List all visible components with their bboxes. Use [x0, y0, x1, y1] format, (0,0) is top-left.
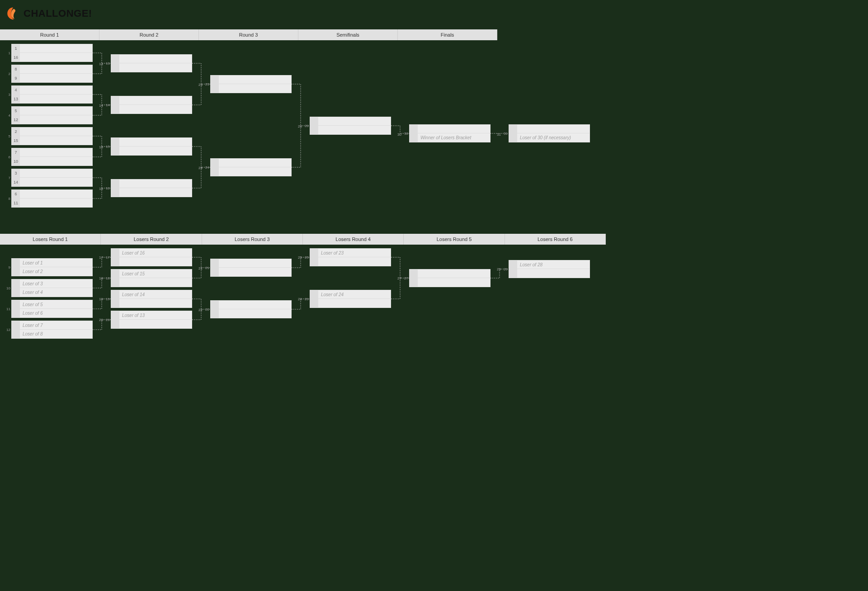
match[interactable]: 28	[310, 117, 391, 135]
match[interactable]: 5215	[11, 127, 93, 145]
match[interactable]: 31Loser of 30 (if necessary)	[509, 124, 590, 142]
match-slot[interactable]	[111, 147, 192, 156]
match-slot[interactable]	[310, 257, 391, 266]
match-slot[interactable]: 5	[11, 106, 93, 115]
match-slot[interactable]	[111, 63, 192, 72]
match-slot[interactable]: Loser of 6	[11, 309, 93, 318]
match-slot[interactable]	[210, 167, 292, 176]
match-slot[interactable]: 13	[11, 95, 93, 104]
seed	[12, 309, 20, 317]
match-slot[interactable]	[509, 269, 590, 278]
match-slot[interactable]: Loser of 15	[111, 269, 192, 278]
match[interactable]: 7314	[11, 169, 93, 187]
match-slot[interactable]: 1	[11, 44, 93, 53]
match-slot[interactable]	[111, 320, 192, 329]
match-slot[interactable]	[409, 124, 491, 133]
match[interactable]: 12Loser of 7Loser of 8	[11, 321, 93, 339]
match[interactable]: 29Loser of 28	[509, 260, 590, 278]
match-slot[interactable]	[509, 124, 590, 133]
match-slot[interactable]: 16	[11, 53, 93, 62]
match[interactable]: 25Loser of 23	[310, 248, 391, 266]
match[interactable]: 27	[409, 269, 491, 287]
match[interactable]: 17Loser of 16	[111, 248, 192, 266]
match-slot[interactable]: Loser of 24	[310, 290, 391, 299]
match-slot[interactable]: Loser of 5	[11, 300, 93, 309]
match-slot[interactable]	[111, 137, 192, 147]
match-slot[interactable]: 2	[11, 127, 93, 136]
match[interactable]: 10Loser of 3Loser of 4	[11, 279, 93, 297]
match-slot[interactable]	[210, 268, 292, 277]
seed	[310, 290, 318, 298]
match[interactable]: 24	[210, 158, 292, 176]
match-slot[interactable]: 14	[11, 178, 93, 187]
slot-label: Loser of 23	[318, 251, 344, 255]
match-slot[interactable]: Loser of 3	[11, 279, 93, 288]
match[interactable]: 30Winner of Losers Bracket	[409, 124, 491, 142]
match[interactable]: 289	[11, 65, 93, 83]
match[interactable]: 1116	[11, 44, 93, 62]
match-slot[interactable]	[210, 300, 292, 309]
match-slot[interactable]	[210, 158, 292, 167]
match[interactable]: 26Loser of 24	[310, 290, 391, 308]
match-slot[interactable]: Loser of 2	[11, 267, 93, 276]
match-slot[interactable]: Loser of 23	[310, 248, 391, 257]
match-slot[interactable]	[409, 278, 491, 287]
match[interactable]: 14	[111, 96, 192, 114]
match-slot[interactable]: Loser of 28	[509, 260, 590, 269]
match-slot[interactable]: 6	[11, 189, 93, 199]
match[interactable]: 16	[111, 179, 192, 197]
match-slot[interactable]: Loser of 7	[11, 321, 93, 330]
match-slot[interactable]	[210, 259, 292, 268]
match[interactable]: 15	[111, 137, 192, 156]
match-slot[interactable]: 12	[11, 115, 93, 124]
match-slot[interactable]	[310, 117, 391, 126]
match[interactable]: 20Loser of 13	[111, 311, 192, 329]
match-slot[interactable]	[111, 257, 192, 266]
match-slot[interactable]: Loser of 8	[11, 330, 93, 339]
match-slot[interactable]: 7	[11, 148, 93, 157]
match[interactable]: 18Loser of 15	[111, 269, 192, 287]
match[interactable]: 9Loser of 1Loser of 2	[11, 258, 93, 276]
match-slot[interactable]: Loser of 13	[111, 311, 192, 320]
match-slot[interactable]	[111, 299, 192, 308]
match[interactable]: 13	[111, 54, 192, 72]
match-slot[interactable]	[111, 188, 192, 197]
match[interactable]: 19Loser of 14	[111, 290, 192, 308]
match-slot[interactable]: Winner of Losers Bracket	[409, 133, 491, 142]
match-slot[interactable]: 15	[11, 136, 93, 145]
match-slot[interactable]	[310, 299, 391, 308]
match[interactable]: 8611	[11, 189, 93, 208]
slot-label: Winner of Losers Bracket	[418, 135, 471, 140]
match-slot[interactable]	[210, 84, 292, 93]
match-slot[interactable]	[111, 179, 192, 188]
match[interactable]: 22	[210, 300, 292, 318]
match-slot[interactable]: 3	[11, 169, 93, 178]
match[interactable]: 11Loser of 5Loser of 6	[11, 300, 93, 318]
match-slot[interactable]: 9	[11, 74, 93, 83]
match-slot[interactable]: Loser of 4	[11, 288, 93, 297]
match-slot[interactable]	[111, 278, 192, 287]
match-id: 16	[104, 186, 110, 190]
match[interactable]: 23	[210, 75, 292, 93]
match[interactable]: 4512	[11, 106, 93, 124]
match-slot[interactable]: 11	[11, 199, 93, 208]
seed: 14	[12, 178, 20, 186]
match-slot[interactable]	[111, 105, 192, 114]
match[interactable]: 21	[210, 259, 292, 277]
match-slot[interactable]	[210, 75, 292, 84]
match-slot[interactable]: 8	[11, 65, 93, 74]
match-slot[interactable]	[310, 126, 391, 135]
match-slot[interactable]: 4	[11, 85, 93, 95]
match-slot[interactable]: Loser of 30 (if necessary)	[509, 133, 590, 142]
match-slot[interactable]	[210, 309, 292, 318]
match-slot[interactable]: Loser of 16	[111, 248, 192, 257]
match-slot[interactable]: Loser of 1	[11, 258, 93, 267]
match-slot[interactable]: 10	[11, 157, 93, 166]
match-slot[interactable]	[409, 269, 491, 278]
match-slot[interactable]	[111, 96, 192, 105]
seed	[111, 105, 119, 113]
match-slot[interactable]: Loser of 14	[111, 290, 192, 299]
match[interactable]: 3413	[11, 85, 93, 104]
match-slot[interactable]	[111, 54, 192, 63]
match[interactable]: 6710	[11, 148, 93, 166]
